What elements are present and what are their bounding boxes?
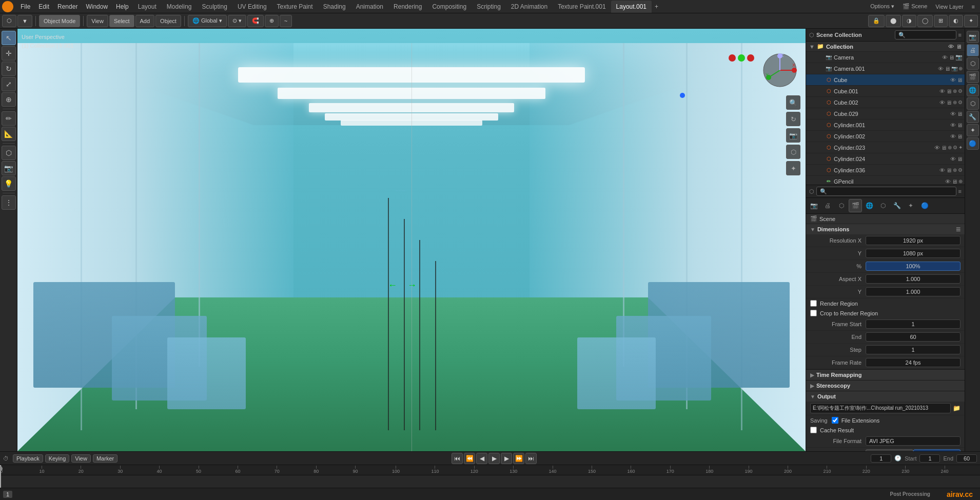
current-frame-box[interactable]: 1 (871, 454, 891, 463)
file-format-value[interactable]: AVI JPEG (866, 436, 961, 446)
cube002-extra1[interactable]: ⊕ (953, 99, 957, 105)
world-props-btn[interactable]: 🌐 (863, 199, 876, 212)
cube-eye[interactable]: 👁 (950, 77, 956, 83)
props-filter-icon[interactable]: ≡ (958, 188, 962, 194)
transform-space[interactable]: 🌐 Global ▾ (188, 15, 227, 27)
playback-menu[interactable]: Playback (13, 454, 43, 463)
prev-frame-btn[interactable]: ⏪ (464, 453, 475, 464)
cube002-extra2[interactable]: ⚙ (958, 99, 963, 105)
add-menu[interactable]: Add (135, 15, 155, 27)
menu-file[interactable]: File (16, 2, 34, 11)
tab-scripting[interactable]: Scripting (472, 1, 506, 13)
menu-help[interactable]: Help (112, 2, 133, 11)
lock-camera[interactable]: 🔒 (868, 15, 885, 27)
frame-start-box[interactable]: 1 (919, 454, 940, 463)
cyl002-eye[interactable]: 👁 (950, 133, 956, 139)
physics-props-btn[interactable]: 🔵 (918, 199, 931, 212)
outliner-item-camera[interactable]: 📷 Camera 👁 🖥 📷 (806, 52, 965, 63)
camera-render-icon[interactable]: 📷 (955, 54, 963, 61)
prev-keyframe-btn[interactable]: ◀ (476, 453, 487, 464)
menu-render[interactable]: Render (53, 2, 82, 11)
frame-end-value[interactable]: 60 (866, 332, 961, 342)
snap-toggle[interactable]: 🧲 (247, 15, 264, 27)
camera001-extra[interactable]: ⊕ (958, 66, 963, 71)
view-layer-selector[interactable]: View Layer (932, 3, 966, 11)
cyl023-extra2[interactable]: ⚙ (953, 145, 957, 150)
camera001-eye[interactable]: 👁 (938, 66, 944, 72)
render-region-checkbox[interactable] (810, 300, 817, 307)
play-btn[interactable]: ▶ (488, 453, 500, 464)
tab-2d-animation[interactable]: 2D Animation (506, 1, 553, 13)
tab-modeling[interactable]: Modeling (162, 1, 197, 13)
view-layer-props-btn[interactable]: ⬡ (835, 199, 848, 212)
show-gizmos[interactable]: ⊞ (934, 15, 948, 27)
properties-search[interactable] (816, 187, 956, 196)
cube002-monitor[interactable]: 🖥 (946, 99, 952, 106)
cyl002-monitor[interactable]: 🖥 (957, 133, 963, 139)
view-menu[interactable]: View (87, 15, 108, 27)
tab-compositing[interactable]: Compositing (427, 1, 472, 13)
zoom-in-btn[interactable]: 🔍 (786, 95, 800, 110)
object-menu[interactable]: Object (155, 15, 181, 27)
output-header[interactable]: ▼ Output (806, 391, 965, 402)
file-path-value[interactable]: E:\阿松专题工作室\制作...C\hospital run_20210313 (810, 403, 951, 413)
frame-end-box[interactable]: 60 (956, 454, 977, 463)
stereoscopy-header[interactable]: ▶ Stereoscopy (806, 381, 965, 391)
viewport-shading-rendered[interactable]: ◯ (917, 15, 933, 27)
tab-animation[interactable]: Animation (351, 1, 388, 13)
tab-sculpting[interactable]: Sculpting (197, 1, 232, 13)
tab-uv-editing[interactable]: UV Editing (232, 1, 272, 13)
time-remapping-header[interactable]: ▶ Time Remapping (806, 370, 965, 380)
outliner-item-cyl036[interactable]: ⬡ Cylinder.036 👁 🖥 ⊕ ⚙ (806, 165, 965, 176)
editor-type-menu[interactable]: ⬡ (2, 15, 16, 27)
outliner-item-cyl023[interactable]: ⬡ Cylinder.023 👁 🖥 ⊕ ⚙ ✦ (806, 142, 965, 153)
orbit-btn[interactable]: ↻ (786, 112, 800, 126)
dimensions-header[interactable]: ▼ Dimensions ☰ (806, 224, 965, 234)
cube-monitor[interactable]: 🖥 (957, 77, 963, 83)
collection-header[interactable]: ▼ 📁 Collection 👁 🖥 (806, 42, 965, 52)
show-overlays[interactable]: ◐ (949, 15, 963, 27)
cube001-eye[interactable]: 👁 (939, 88, 945, 94)
output-props-btn[interactable]: 🖨 (821, 199, 834, 212)
camera001-render[interactable]: 📷 (951, 66, 957, 71)
props-type-icon[interactable]: ⬡ (809, 188, 814, 195)
blender-logo[interactable] (2, 1, 13, 12)
outliner-item-gpencil[interactable]: ✏ GPencil 👁 🖥 ⊕ (806, 176, 965, 185)
menu-window[interactable]: Window (82, 2, 112, 11)
viewport-shading-material[interactable]: ◑ (902, 15, 916, 27)
camera-eye-icon[interactable]: 👁 (942, 54, 948, 61)
filter-icon[interactable]: ≡ (969, 3, 978, 11)
world-strip-btn[interactable]: 🌐 (967, 84, 979, 96)
cyl036-eye[interactable]: 👁 (939, 167, 945, 173)
xray-toggle[interactable]: ✦ (964, 15, 978, 27)
outliner-item-cube001[interactable]: ⬡ Cube.001 👁 🖥 ⊕ ⚙ (806, 86, 965, 97)
scene-strip-btn[interactable]: 🎬 (967, 71, 979, 83)
camera001-monitor[interactable]: 🖥 (945, 66, 950, 72)
cube029-monitor[interactable]: 🖥 (957, 111, 963, 117)
view-layer-strip-btn[interactable]: ⬡ (967, 57, 979, 70)
select-menu[interactable]: Select (109, 15, 134, 27)
outliner-item-camera-001[interactable]: 📷 Camera.001 👁 🖥 📷 ⊕ (806, 63, 965, 74)
persp-ortho-btn[interactable]: ⬡ (786, 145, 800, 159)
cyl023-eye[interactable]: 👁 (934, 145, 940, 151)
tab-shading[interactable]: Shading (318, 1, 351, 13)
gpencil-extra[interactable]: ⊕ (958, 178, 963, 184)
annotate-tool[interactable]: ✏ (2, 111, 16, 126)
move-tool[interactable]: ✛ (2, 46, 16, 61)
viewport-shading-solid[interactable]: ⬤ (886, 15, 901, 27)
collection-eye-icon[interactable]: 👁 (948, 44, 954, 50)
cyl001-eye[interactable]: 👁 (950, 122, 956, 128)
cube029-eye[interactable]: 👁 (950, 111, 956, 117)
object-data-strip-btn[interactable]: ⬡ (967, 97, 979, 110)
overlay-btn[interactable]: ~ (280, 15, 292, 27)
cache-result-checkbox[interactable] (810, 427, 817, 433)
render-props-btn[interactable]: 📷 (807, 199, 820, 212)
file-path-browse-btn[interactable]: 📁 (953, 405, 961, 412)
light-tool[interactable]: 💡 (2, 176, 16, 191)
xray-view-btn[interactable]: ✦ (786, 161, 800, 175)
frame-step-value[interactable]: 1 (866, 345, 961, 354)
pivot-point[interactable]: ⊙ ▾ (228, 15, 246, 27)
options-dropdown[interactable]: Options ▾ (867, 2, 897, 11)
cyl024-monitor[interactable]: 🖥 (957, 156, 963, 162)
particles-strip-btn[interactable]: ✦ (967, 124, 979, 136)
